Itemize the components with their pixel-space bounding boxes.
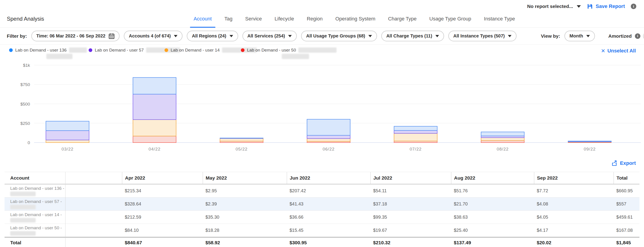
- unselect-all-button[interactable]: ✕ Unselect All: [601, 48, 636, 54]
- y-axis-tick-label: $750: [20, 82, 30, 87]
- chart-bar-segment-lab-on-demand-user-136[interactable]: [133, 77, 176, 94]
- x-axis-tick-label: 09/22: [584, 147, 596, 151]
- account-cell: Lab on Demand - user 50 -: [4, 224, 65, 237]
- chart-bar-segment-lab-on-demand-user-136[interactable]: [307, 119, 350, 135]
- chart-bar-segment-lab-on-demand-user-14[interactable]: [307, 138, 350, 141]
- chart-bar-segment-lab-on-demand-user-14[interactable]: [481, 138, 524, 141]
- spend-chart: $1k$750$500$250003/2204/2205/2206/2207/2…: [0, 60, 644, 158]
- tab-usage-type-group[interactable]: Usage Type Group: [429, 10, 471, 27]
- unselect-all-label: Unselect All: [608, 48, 636, 54]
- chart-bar-segment-lab-on-demand-user-136[interactable]: [481, 132, 524, 136]
- view-by-dropdown[interactable]: Month: [564, 31, 595, 41]
- tab-instance-type[interactable]: Instance Type: [484, 10, 515, 27]
- column-header-sep-2022: Sep 2022: [534, 172, 614, 184]
- filter-pill-all-services[interactable]: All Services (254): [242, 31, 297, 41]
- filter-pill-accounts-4[interactable]: Accounts 4 (of 674): [124, 31, 182, 41]
- chart-bar-segment-lab-on-demand-user-57[interactable]: [133, 94, 176, 120]
- x-axis-tick-label: 08/22: [497, 147, 509, 151]
- report-selector-dropdown[interactable]: No report selected...: [527, 4, 581, 9]
- column-header-jul-2022: Jul 2022: [370, 172, 451, 184]
- filter-pill-time-06-mar-2022-06-sep-2022[interactable]: Time: 06 Mar 2022 - 06 Sep 2022: [31, 31, 120, 41]
- filter-by-label: Filter by:: [7, 33, 27, 39]
- cell-spacer: [65, 211, 122, 224]
- chart-bar-segment-lab-on-demand-user-57[interactable]: [481, 136, 524, 138]
- chart-bar-segment-lab-on-demand-user-14[interactable]: [133, 120, 176, 136]
- legend-item-label: Lab on Demand - user 136: [15, 48, 66, 53]
- column-header-account: Account: [4, 172, 65, 184]
- redacted-text: [10, 205, 36, 209]
- tab-charge-type[interactable]: Charge Type: [388, 10, 417, 27]
- chart-bar-segment-lab-on-demand-user-136[interactable]: [568, 141, 611, 142]
- view-by-label: View by:: [541, 33, 560, 39]
- chart-bar-segment-lab-on-demand-user-136[interactable]: [394, 126, 437, 130]
- chart-bar-segment-lab-on-demand-user-136[interactable]: [46, 121, 89, 131]
- x-axis-tick-label: 05/22: [236, 147, 248, 151]
- column-header-jun-2022: Jun 2022: [287, 172, 370, 184]
- x-axis-tick-label: 06/22: [323, 147, 335, 151]
- total-value-cell: $58.92: [203, 238, 287, 247]
- account-cell: Lab on Demand - user 14 -: [4, 211, 65, 224]
- chart-bar-segment-lab-on-demand-user-50[interactable]: [133, 136, 176, 143]
- account-cell: Lab on Demand - user 57 -: [4, 198, 65, 211]
- filter-pill-all-instance-types[interactable]: All Instance Types (507): [448, 31, 516, 41]
- tab-service[interactable]: Service: [245, 10, 262, 27]
- filter-pill-all-charge-types[interactable]: All Charge Types (11): [381, 31, 444, 41]
- y-axis-tick-label: 0: [28, 140, 30, 145]
- export-label: Export: [620, 160, 636, 166]
- chart-bar-segment-lab-on-demand-user-14[interactable]: [394, 133, 437, 141]
- chart-bar-segment-lab-on-demand-user-14[interactable]: [46, 140, 89, 143]
- stacked-spend-chart: $1k$750$500$250003/2204/2205/2206/2207/2…: [0, 60, 644, 158]
- redacted-text: [10, 218, 36, 223]
- caret-down-icon: [436, 35, 439, 37]
- chart-bar-segment-lab-on-demand-user-136[interactable]: [220, 138, 263, 138]
- x-axis-tick-label: 07/22: [410, 147, 422, 151]
- account-cell: Lab on Demand - user 136 -: [4, 184, 65, 197]
- value-cell: $37.18: [370, 198, 451, 211]
- chart-bar-segment-lab-on-demand-user-57[interactable]: [46, 131, 89, 140]
- value-cell: $7.72: [534, 184, 614, 197]
- info-icon[interactable]: i: [631, 4, 636, 9]
- tab-region[interactable]: Region: [307, 10, 323, 27]
- legend-item-lab-on-demand-user-50[interactable]: Lab on Demand - user 50: [241, 47, 336, 53]
- export-button[interactable]: Export: [611, 158, 636, 169]
- filter-pill-all-usage-type-groups[interactable]: All Usage Type Groups (68): [301, 31, 377, 41]
- spend-table: AccountApr 2022May 2022Jun 2022Jul 2022A…: [4, 172, 640, 247]
- legend-dot-icon: [88, 48, 92, 52]
- legend-item-label: Lab on Demand - user 50: [247, 48, 296, 53]
- value-cell: $215.34: [122, 184, 203, 197]
- chart-bar-segment-lab-on-demand-user-57[interactable]: [394, 131, 437, 133]
- tab-tag[interactable]: Tag: [224, 10, 232, 27]
- column-header-aug-2022: Aug 2022: [451, 172, 534, 184]
- filter-pill-label: All Charge Types (11): [386, 33, 432, 39]
- value-cell: $4.17: [534, 224, 614, 237]
- redacted-text: [46, 54, 72, 59]
- value-cell: $15.45: [287, 224, 370, 237]
- value-cell: $18.28: [203, 224, 287, 237]
- chart-bar-segment-lab-on-demand-user-50[interactable]: [394, 141, 437, 143]
- account-name: Lab on Demand - user 14 -: [10, 212, 65, 217]
- y-axis-tick-label: $500: [20, 102, 30, 106]
- tab-account[interactable]: Account: [194, 10, 212, 27]
- total-value-cell: $137.49: [451, 238, 534, 247]
- legend-item-label: Lab on Demand - user 14: [171, 48, 220, 53]
- save-report-button[interactable]: Save Report: [587, 3, 625, 9]
- tab-operating-system[interactable]: Operating System: [336, 10, 376, 27]
- value-cell: $51.76: [451, 184, 534, 197]
- value-cell: $557: [614, 198, 640, 211]
- filter-pill-label: All Instance Types (507): [453, 33, 505, 39]
- filter-pill-all-regions[interactable]: All Regions (24): [187, 31, 238, 41]
- value-cell: $212.59: [122, 211, 203, 224]
- cell-spacer: [65, 224, 122, 237]
- total-value-cell: $300.95: [287, 238, 370, 247]
- chart-bar-segment-lab-on-demand-user-14[interactable]: [220, 138, 263, 141]
- chart-bar-segment-lab-on-demand-user-50[interactable]: [481, 141, 524, 143]
- info-icon[interactable]: i: [635, 33, 640, 39]
- value-cell: $38.63: [451, 211, 534, 224]
- caret-down-icon: [230, 35, 233, 37]
- chart-bar-segment-lab-on-demand-user-57[interactable]: [307, 135, 350, 138]
- table-row: Lab on Demand - user 50 -$84.10$18.28$15…: [4, 224, 640, 237]
- save-icon: [587, 3, 593, 9]
- caret-down-icon: [174, 35, 178, 37]
- tab-lifecycle[interactable]: Lifecycle: [274, 10, 294, 27]
- legend-item-lab-on-demand-user-136[interactable]: Lab on Demand - user 136: [9, 47, 87, 53]
